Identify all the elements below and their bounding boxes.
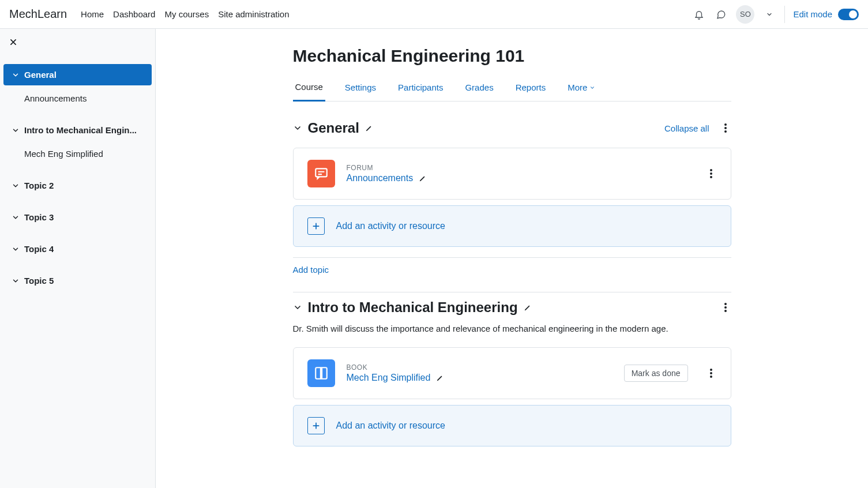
section-toggle-general[interactable]: General bbox=[293, 120, 373, 136]
activity-card: BOOK Mech Eng Simplified Mark as done bbox=[293, 347, 731, 399]
edit-mode-label: Edit mode bbox=[793, 9, 832, 19]
chevron-down-icon bbox=[12, 126, 20, 134]
nav-home[interactable]: Home bbox=[81, 9, 104, 19]
course-index-drawer: General Announcements Intro to Mechanica… bbox=[0, 29, 156, 488]
sidebar-subitem-announcements[interactable]: Announcements bbox=[3, 88, 152, 109]
activity-name-text: Mech Eng Simplified bbox=[347, 373, 431, 383]
pencil-icon[interactable] bbox=[365, 124, 373, 132]
tab-more[interactable]: More bbox=[565, 76, 598, 101]
section-toggle-intro[interactable]: Intro to Mechanical Engineering bbox=[293, 299, 532, 316]
section-title: General bbox=[308, 120, 359, 136]
close-drawer-icon[interactable] bbox=[2, 33, 153, 52]
plus-icon bbox=[307, 417, 325, 434]
sidebar-item-label: Topic 5 bbox=[24, 276, 54, 286]
section-description: Dr. Smith will discuss the importance an… bbox=[293, 324, 731, 333]
nav-dashboard[interactable]: Dashboard bbox=[113, 9, 155, 19]
collapse-all-link[interactable]: Collapse all bbox=[664, 123, 709, 133]
add-activity-label: Add an activity or resource bbox=[336, 221, 445, 231]
chevron-down-icon bbox=[12, 182, 20, 190]
sidebar-item-topic5[interactable]: Topic 5 bbox=[3, 270, 152, 291]
sidebar-item-label: Topic 2 bbox=[24, 181, 54, 190]
forum-icon bbox=[307, 160, 335, 187]
activity-link-announcements[interactable]: Announcements bbox=[347, 173, 427, 183]
mark-as-done-button[interactable]: Mark as done bbox=[624, 365, 688, 382]
add-topic-link[interactable]: Add topic bbox=[293, 265, 329, 275]
chevron-down-icon bbox=[589, 85, 595, 91]
activity-menu-icon[interactable] bbox=[705, 367, 717, 379]
tab-participants[interactable]: Participants bbox=[396, 76, 445, 101]
sidebar-item-general[interactable]: General bbox=[3, 64, 152, 85]
navbar-right: SO Edit mode bbox=[692, 5, 859, 24]
sidebar-subitem-mecheng[interactable]: Mech Eng Simplified bbox=[3, 143, 152, 164]
section-menu-icon[interactable] bbox=[720, 302, 731, 313]
sidebar-item-intro[interactable]: Intro to Mechanical Engin... bbox=[3, 119, 152, 141]
book-icon bbox=[307, 359, 335, 387]
avatar[interactable]: SO bbox=[736, 5, 754, 24]
edit-mode-toggle[interactable] bbox=[838, 9, 859, 20]
tab-reports[interactable]: Reports bbox=[513, 76, 548, 101]
navbar: MechLearn Home Dashboard My courses Site… bbox=[0, 0, 868, 29]
chevron-down-icon bbox=[12, 71, 20, 79]
plus-icon bbox=[307, 217, 325, 235]
section-divider bbox=[293, 292, 731, 292]
activity-link-mecheng[interactable]: Mech Eng Simplified bbox=[347, 373, 445, 383]
add-activity-button[interactable]: Add an activity or resource bbox=[293, 205, 731, 247]
section-head-general: General Collapse all bbox=[293, 120, 731, 136]
sidebar-item-label: Topic 3 bbox=[24, 212, 54, 222]
activity-name-text: Announcements bbox=[347, 173, 414, 183]
sidebar-item-label: Topic 4 bbox=[24, 244, 54, 254]
add-activity-button[interactable]: Add an activity or resource bbox=[293, 405, 731, 446]
section-divider bbox=[293, 257, 731, 258]
chevron-down-icon bbox=[293, 123, 302, 133]
section-title: Intro to Mechanical Engineering bbox=[308, 299, 518, 316]
edit-mode-control: Edit mode bbox=[793, 9, 859, 20]
primary-nav: Home Dashboard My courses Site administr… bbox=[81, 9, 290, 19]
nav-mycourses[interactable]: My courses bbox=[164, 9, 209, 19]
chevron-down-icon bbox=[293, 303, 302, 312]
divider bbox=[784, 6, 785, 23]
nav-siteadmin[interactable]: Site administration bbox=[218, 9, 289, 19]
sidebar-item-label: General bbox=[24, 70, 57, 80]
user-menu-chevron-icon[interactable] bbox=[762, 7, 776, 21]
pencil-icon[interactable] bbox=[524, 303, 532, 311]
tab-more-label: More bbox=[568, 82, 587, 92]
add-activity-label: Add an activity or resource bbox=[336, 421, 445, 431]
brand-logo[interactable]: MechLearn bbox=[9, 7, 67, 21]
chevron-down-icon bbox=[12, 245, 20, 253]
page-title: Mechanical Engineering 101 bbox=[293, 46, 731, 66]
course-tabs: Course Settings Participants Grades Repo… bbox=[293, 76, 731, 102]
tab-grades[interactable]: Grades bbox=[463, 76, 495, 101]
notifications-icon[interactable] bbox=[692, 7, 706, 21]
activity-menu-icon[interactable] bbox=[705, 168, 717, 179]
section-menu-icon[interactable] bbox=[720, 122, 731, 134]
messages-icon[interactable] bbox=[714, 7, 728, 21]
sidebar-item-label: Intro to Mechanical Engin... bbox=[24, 125, 137, 135]
chevron-down-icon bbox=[12, 277, 20, 285]
sidebar-item-topic2[interactable]: Topic 2 bbox=[3, 175, 152, 196]
tab-course[interactable]: Course bbox=[293, 76, 325, 102]
pencil-icon[interactable] bbox=[419, 174, 427, 182]
tab-settings[interactable]: Settings bbox=[343, 76, 378, 101]
section-head-intro: Intro to Mechanical Engineering bbox=[293, 299, 731, 316]
main-content: Mechanical Engineering 101 Course Settin… bbox=[156, 29, 868, 488]
activity-type-label: FORUM bbox=[347, 164, 694, 172]
pencil-icon[interactable] bbox=[436, 374, 444, 382]
chevron-down-icon bbox=[12, 213, 20, 222]
sidebar-item-topic4[interactable]: Topic 4 bbox=[3, 238, 152, 260]
activity-type-label: BOOK bbox=[347, 363, 613, 371]
activity-card: FORUM Announcements bbox=[293, 148, 731, 200]
sidebar-item-topic3[interactable]: Topic 3 bbox=[3, 207, 152, 228]
